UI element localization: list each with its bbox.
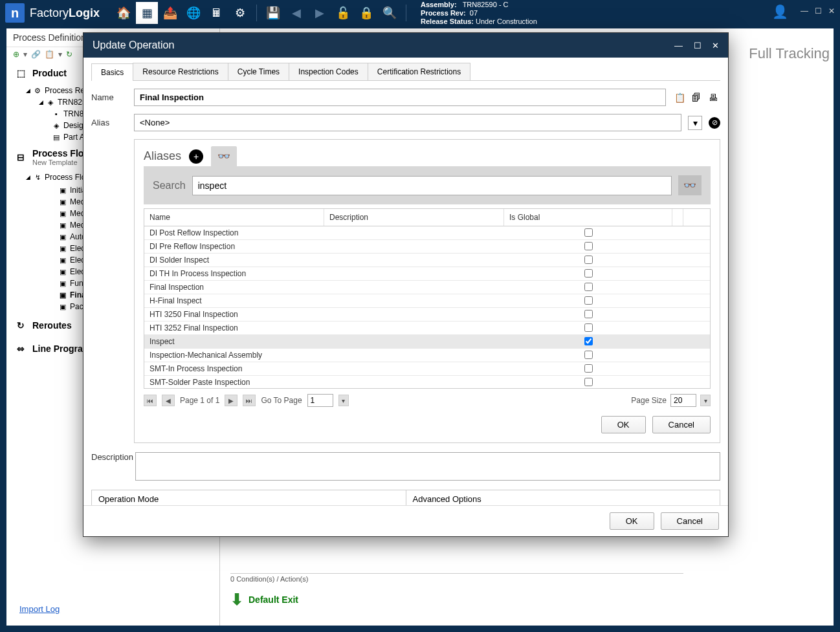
is-global-checkbox[interactable] [584, 228, 593, 237]
op-icon: ▣ [58, 209, 67, 218]
alias-label: Alias [91, 118, 127, 127]
grid-icon[interactable]: ▦ [136, 2, 158, 24]
table-row[interactable]: Inspect [144, 335, 710, 349]
alias-input[interactable] [134, 114, 681, 131]
name-input[interactable] [134, 89, 666, 106]
col-name[interactable]: Name [144, 209, 324, 226]
table-row[interactable]: DI TH In Process Inspection [144, 267, 710, 281]
gear-icon[interactable]: ⚙ [229, 2, 251, 24]
aliases-title: Aliases [144, 149, 181, 163]
dialog-cancel-button[interactable]: Cancel [661, 512, 719, 530]
tab-cycle-times[interactable]: Cycle Times [228, 63, 289, 80]
lock-icon[interactable]: 🔒 [355, 2, 377, 24]
is-global-checkbox[interactable] [584, 256, 593, 264]
copy-icon[interactable]: 📋 [45, 50, 54, 59]
add-icon[interactable]: ⊕ [13, 50, 19, 59]
op-icon: ▣ [58, 256, 67, 265]
is-global-checkbox[interactable] [584, 310, 593, 318]
doc-icon: ▪ [52, 109, 61, 118]
table-row[interactable]: DI Pre Reflow Inspection [144, 240, 710, 254]
is-global-checkbox[interactable] [584, 269, 593, 278]
dropdown2-icon[interactable]: ▾ [58, 50, 62, 59]
advanced-options-section[interactable]: Advanced Options [406, 490, 721, 505]
clear-alias-icon[interactable]: ⊘ [709, 117, 720, 129]
maximize-icon[interactable]: ☐ [815, 6, 822, 16]
description-input[interactable] [135, 452, 720, 481]
home-icon[interactable]: 🏠 [113, 2, 135, 24]
save-icon[interactable]: 💾 [262, 2, 284, 24]
copy-icon[interactable]: 🗐 [689, 91, 703, 105]
tab-inspection-codes[interactable]: Inspection Codes [289, 63, 368, 80]
dialog-titlebar[interactable]: Update Operation — ☐ ✕ [83, 33, 728, 58]
default-exit[interactable]: ⬇ Default Exit [230, 591, 298, 609]
alias-ok-button[interactable]: OK [601, 416, 646, 433]
tab-certification-restrictions[interactable]: Certification Restrictions [368, 63, 470, 80]
minimize-icon[interactable]: — [801, 6, 808, 16]
dialog-close-icon[interactable]: ✕ [712, 41, 719, 50]
tab-basics[interactable]: Basics [91, 63, 133, 81]
page-size-dropdown-icon[interactable]: ▾ [700, 395, 711, 406]
table-row[interactable]: Final Inspection [144, 281, 710, 294]
close-icon[interactable]: ✕ [828, 6, 835, 16]
table-row[interactable]: DI Post Reflow Inspection [144, 226, 710, 240]
search-tab-icon[interactable]: 👓 [211, 146, 237, 166]
link-icon[interactable]: 🔗 [31, 50, 41, 59]
dialog-ok-button[interactable]: OK [610, 512, 654, 530]
list-icon[interactable]: 📋 [672, 91, 687, 105]
table-row[interactable]: HTI 3252 Final Inspection [144, 321, 710, 335]
alias-cancel-button[interactable]: Cancel [652, 416, 711, 433]
op-icon: ▣ [58, 221, 67, 230]
page-size-label: Page Size [631, 396, 667, 405]
user-icon[interactable]: 👤 [772, 4, 788, 19]
goto-page-input[interactable] [307, 394, 333, 407]
is-global-checkbox[interactable] [584, 323, 593, 332]
tab-resource-restrictions[interactable]: Resource Restrictions [133, 63, 228, 80]
is-global-checkbox[interactable] [584, 283, 593, 291]
dropdown-icon[interactable]: ▾ [23, 50, 27, 59]
globe-icon[interactable]: 🌐 [182, 2, 204, 24]
assembly-info: Assembly: TRN82590 - C Process Rev: 07 R… [421, 1, 537, 26]
dialog-minimize-icon[interactable]: — [674, 41, 683, 50]
search-icon[interactable]: 🔍 [379, 2, 401, 24]
is-global-checkbox[interactable] [584, 364, 593, 373]
table-row[interactable]: H-Final Inspect [144, 294, 710, 308]
list-icon: ▤ [52, 133, 61, 142]
table-row[interactable]: SMT-Solder Paste Inspection [144, 376, 710, 388]
print-icon[interactable]: 🖶 [706, 91, 720, 105]
alias-search-bar: Search 👓 [144, 166, 711, 204]
last-page-icon[interactable]: ⏭ [243, 395, 256, 406]
description-label: Description [91, 452, 130, 481]
table-row[interactable]: HTI 3250 Final Inspection [144, 308, 710, 321]
prev-page-icon[interactable]: ◀ [162, 395, 175, 406]
tracking-tab[interactable]: Full Tracking [749, 45, 830, 62]
import-log-link[interactable]: Import Log [19, 604, 60, 614]
search-go-icon[interactable]: 👓 [678, 175, 702, 195]
calculator-icon[interactable]: 🖩 [206, 2, 228, 24]
alias-dropdown-icon[interactable]: ▾ [688, 116, 702, 130]
is-global-checkbox[interactable] [584, 337, 593, 345]
refresh-icon[interactable]: ↻ [66, 50, 72, 59]
next-page-icon[interactable]: ▶ [225, 395, 238, 406]
table-row[interactable]: DI Solder Inspect [144, 254, 710, 267]
page-size-input[interactable] [670, 394, 696, 407]
op-icon: ▣ [58, 302, 67, 311]
unlock-icon[interactable]: 🔓 [332, 2, 354, 24]
is-global-checkbox[interactable] [584, 351, 593, 359]
alias-search-input[interactable] [192, 176, 672, 195]
table-row[interactable]: SMT-In Process Inspection [144, 362, 710, 376]
col-description[interactable]: Description [324, 209, 504, 226]
op-icon: ▣ [58, 232, 67, 241]
is-global-checkbox[interactable] [584, 296, 593, 305]
first-page-icon[interactable]: ⏮ [144, 395, 157, 406]
goto-dropdown-icon[interactable]: ▾ [338, 395, 349, 406]
export-icon[interactable]: 📤 [159, 2, 181, 24]
forward-icon[interactable]: ▶ [309, 2, 331, 24]
table-row[interactable]: Inspection-Mechanical Assembly [144, 349, 710, 362]
operation-mode-section[interactable]: Operation Mode [91, 490, 406, 505]
is-global-checkbox[interactable] [584, 378, 593, 386]
add-alias-icon[interactable]: + [189, 149, 203, 164]
back-icon[interactable]: ◀ [285, 2, 307, 24]
is-global-checkbox[interactable] [584, 242, 593, 250]
col-is-global[interactable]: Is Global [504, 209, 672, 226]
dialog-maximize-icon[interactable]: ☐ [694, 41, 702, 50]
